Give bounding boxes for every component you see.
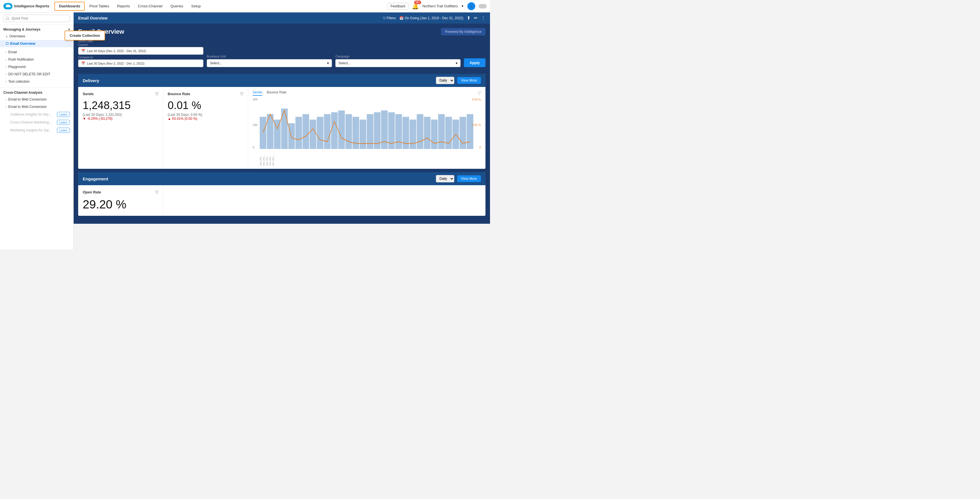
theme-toggle[interactable] xyxy=(479,4,487,8)
sidebar-item-email-overview[interactable]: ⬡ Email Overview xyxy=(0,40,73,47)
tab-queries[interactable]: Queries xyxy=(166,0,187,13)
dashboard-header-bar: Email Overview ▽ Filters 📅 On Going (Jan… xyxy=(74,13,490,24)
overviews-group: ∨ Overviews ⬡ Email Overview xyxy=(0,33,73,47)
filters-button[interactable]: ▽ Filters xyxy=(383,16,396,20)
campaign-value: Select... xyxy=(339,61,351,65)
org-name[interactable]: Northern Trail Outfitters xyxy=(422,4,458,8)
open-rate-filter-icon[interactable]: ▽ xyxy=(155,190,158,194)
bounce-rate-value: 0.01 % xyxy=(168,99,243,111)
dashboard-header-title: Email Overview xyxy=(78,16,108,21)
engagement-metrics-row: Open Rate ▽ 29.20 % xyxy=(78,185,485,216)
delivery-view-more-button[interactable]: View More xyxy=(457,77,481,84)
compare-date-value: Last 30 Days (Nov 2, 2022 - Dec 1, 2022) xyxy=(87,62,145,65)
campaign-dropdown-icon: ▾ xyxy=(456,61,457,65)
audience-learn-button[interactable]: Learn xyxy=(57,112,70,117)
delivery-chart-svg xyxy=(259,98,474,149)
dashboard-title-bar: Email Overview Powered By Intelligence xyxy=(78,28,485,35)
sidebar-item-do-not-delete[interactable]: › DO NOT DELETE OR EDIT xyxy=(0,70,73,78)
main-nav-tabs: Dashboards Pivot Tables Reports Cross-Ch… xyxy=(54,0,205,13)
email-label: Email xyxy=(8,50,17,54)
svg-rect-5 xyxy=(296,117,302,149)
svg-rect-28 xyxy=(460,117,466,149)
feedback-button[interactable]: Feedback xyxy=(387,3,409,10)
bounce-rate-filter-icon[interactable]: ▽ xyxy=(240,92,243,96)
tab-cross-channel[interactable]: Cross-Channel xyxy=(134,0,167,13)
tab-pivot-tables[interactable]: Pivot Tables xyxy=(85,0,113,13)
cross-channel-marketing-learn-button[interactable]: Learn xyxy=(57,120,70,125)
more-options-button[interactable]: ⋮ xyxy=(481,15,485,21)
overviews-label: Overviews xyxy=(10,34,25,38)
calendar-icon: 📅 xyxy=(399,16,404,20)
apply-button-group: Apply xyxy=(464,58,485,67)
current-date-input[interactable]: 📅 Last 30 Days (Dec 2, 2022 - Dec 31, 20… xyxy=(78,47,204,55)
campaign-label: Campaign xyxy=(335,55,461,58)
main-content: Email Overview ▽ Filters 📅 On Going (Jan… xyxy=(74,13,490,249)
compare-date-input[interactable]: 📅 Last 30 Days (Nov 2, 2022 - Dec 1, 202… xyxy=(78,59,204,67)
sidebar-item-email-web-1[interactable]: › Email to Web Conversion xyxy=(0,96,73,103)
engagement-section: Engagement Daily View More Open Rate ▽ xyxy=(78,172,485,216)
sidebar-subitem-marketing-insights[interactable]: Marketing Insights for Sal... Learn xyxy=(0,126,73,134)
svg-rect-0 xyxy=(260,117,266,149)
chart-filter-icon[interactable]: ▽ xyxy=(477,91,481,96)
campaign-select[interactable]: Select... ▾ xyxy=(335,59,461,67)
sidebar-search-area xyxy=(0,13,73,25)
playground-chevron-icon: › xyxy=(6,65,6,68)
sidebar-item-playground[interactable]: › Playground xyxy=(0,63,73,70)
filters-bar: Send Date Current 📅 Last 30 Days (Dec 2,… xyxy=(78,40,485,69)
chart-x-axis: Dec 202... Dec 202... Dec 202... Dec 202… xyxy=(259,155,481,165)
bounce-rate-metric-card: Bounce Rate ▽ 0.01 % (Last 30 Days: 0.00… xyxy=(163,87,248,169)
bounce-rate-metric-header: Bounce Rate ▽ xyxy=(168,92,243,96)
svg-rect-26 xyxy=(445,117,452,149)
search-input[interactable] xyxy=(3,15,70,22)
share-button[interactable]: ⬆ xyxy=(467,15,471,21)
chart-tab-sends[interactable]: Sends xyxy=(253,91,262,96)
svg-rect-29 xyxy=(467,114,473,149)
notification-badge[interactable]: 🔔 99+ xyxy=(412,3,419,10)
sidebar-subitem-cross-channel-marketing[interactable]: Cross-Channel Marketing ... Learn xyxy=(0,118,73,126)
marketing-insights-learn-button[interactable]: Learn xyxy=(57,128,70,133)
sidebar-item-overviews[interactable]: ∨ Overviews xyxy=(0,33,73,40)
current-date-value: Last 30 Days (Dec 2, 2022 - Dec 31, 2022… xyxy=(87,49,146,52)
engagement-interval-select[interactable]: Daily xyxy=(436,175,454,183)
open-rate-metric-card: Open Rate ▽ 29.20 % xyxy=(78,185,163,216)
svg-rect-3 xyxy=(281,108,288,149)
org-dropdown-icon[interactable]: ▼ xyxy=(461,5,464,8)
y-label-bounce-low: 0 xyxy=(479,146,481,149)
sidebar-item-email-web-2[interactable]: › Email to Web Conversion xyxy=(0,103,73,110)
edit-button[interactable]: ✏ xyxy=(474,15,477,21)
sidebar-subitem-audience[interactable]: Audience Insights for Adv... Learn xyxy=(0,110,73,118)
y-label-20k: 20K xyxy=(253,124,258,127)
filter-icon: ▽ xyxy=(383,16,385,20)
svg-rect-4 xyxy=(288,123,295,149)
dashboard-header-actions: ▽ Filters 📅 On Going (Jan 1, 2019 - Dec … xyxy=(383,15,485,21)
apply-button[interactable]: Apply xyxy=(464,58,485,67)
date-range-display[interactable]: 📅 On Going (Jan 1, 2019 - Dec 31, 2022) xyxy=(399,16,463,20)
tab-setup[interactable]: Setup xyxy=(187,0,205,13)
business-unit-select[interactable]: Select... ▾ xyxy=(207,59,332,67)
test-collection-label: Test collection xyxy=(8,79,29,84)
do-not-delete-chevron-icon: › xyxy=(6,73,6,76)
chart-tab-bounce-rate[interactable]: Bounce Rate xyxy=(267,91,286,96)
engagement-view-more-button[interactable]: View More xyxy=(457,175,481,182)
delivery-metrics-row: Sends ▽ 1,248,315 (Last 30 Days: 1,331,5… xyxy=(78,87,485,169)
x-label: Dec 202... xyxy=(259,155,262,165)
tab-dashboards[interactable]: Dashboards xyxy=(54,2,85,11)
delivery-title: Delivery xyxy=(83,78,99,83)
bounce-rate-label: Bounce Rate xyxy=(168,92,190,96)
sidebar-item-push-notification[interactable]: › Push Notification xyxy=(0,56,73,63)
sidebar-item-email[interactable]: › Email xyxy=(0,48,73,56)
tab-reports[interactable]: Reports xyxy=(113,0,134,13)
campaign-filter-group: Campaign Select... ▾ xyxy=(335,55,461,67)
user-avatar[interactable]: 👤 xyxy=(467,2,475,10)
sidebar-item-test-collection[interactable]: › Test collection xyxy=(0,78,73,85)
sends-metric-card: Sends ▽ 1,248,315 (Last 30 Days: 1,331,5… xyxy=(78,87,163,169)
delivery-interval-select[interactable]: Daily xyxy=(436,77,454,84)
x-label: Dec 202... xyxy=(272,155,274,165)
business-unit-value: Select... xyxy=(210,61,222,65)
sends-filter-icon[interactable]: ▽ xyxy=(155,92,158,96)
email-chevron-icon: › xyxy=(6,51,6,54)
svg-rect-25 xyxy=(438,114,445,149)
engagement-title: Engagement xyxy=(83,176,108,181)
create-collection-popup[interactable]: Create Collection xyxy=(65,30,105,40)
powered-by-button[interactable]: Powered By Intelligence xyxy=(441,28,485,35)
